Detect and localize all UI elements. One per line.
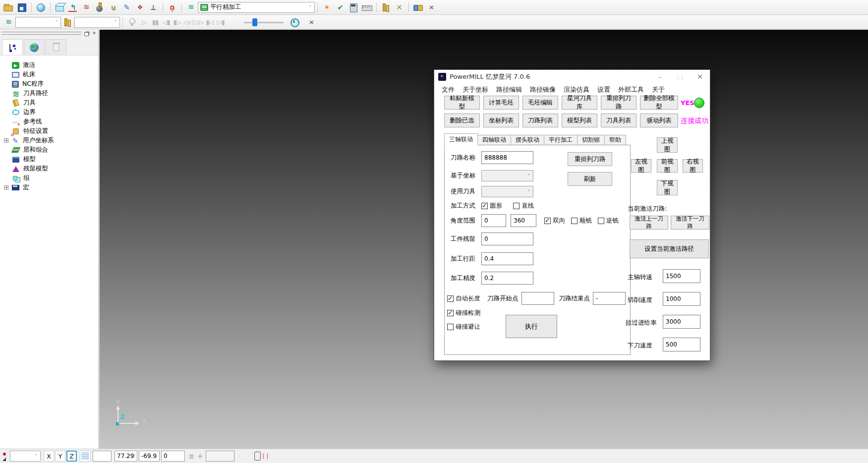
maximize-icon[interactable]: ▢ bbox=[670, 70, 690, 84]
drive-list-button[interactable]: 驱动列表 bbox=[640, 114, 678, 127]
fast-forward-icon[interactable]: ▷▷ bbox=[193, 18, 204, 26]
axis-x-button[interactable]: X bbox=[44, 451, 54, 462]
strategy-dropdown[interactable]: 平行精加工 ˅ bbox=[198, 2, 315, 13]
coord-z-input[interactable] bbox=[161, 451, 185, 462]
light-icon[interactable] bbox=[126, 17, 138, 28]
rapid-move-heights-icon[interactable]: ↰ bbox=[67, 2, 79, 13]
activate-next-toolpath-button[interactable]: 激活下一刀路 bbox=[671, 216, 709, 230]
menu-file[interactable]: 文件 bbox=[442, 85, 455, 94]
reorder-toolpaths-button[interactable]: 重排列刀路 bbox=[568, 152, 612, 166]
step-forward-icon[interactable]: ▮▷ bbox=[172, 18, 182, 26]
grid-snap-button[interactable] bbox=[80, 451, 91, 462]
toolpath-list-button[interactable]: 刀路列表 bbox=[522, 114, 558, 127]
end-point-input[interactable] bbox=[593, 292, 626, 305]
based-coord-select[interactable]: ˅ bbox=[481, 170, 533, 181]
axis-z-button[interactable]: Z bbox=[66, 451, 77, 462]
menu-path-edit[interactable]: 路径编辑 bbox=[496, 85, 522, 94]
stepover-input[interactable] bbox=[481, 252, 533, 265]
tree-item-activate[interactable]: ▶激活 bbox=[0, 60, 99, 70]
panel-restore-icon[interactable] bbox=[83, 31, 89, 36]
line-checkbox[interactable]: 直线 bbox=[513, 202, 534, 210]
tree-item-stock-models[interactable]: 残留模型 bbox=[0, 164, 99, 174]
step-back-icon[interactable]: ◁▮ bbox=[161, 18, 172, 26]
slider-handle[interactable] bbox=[252, 18, 257, 26]
grid-size-input[interactable] bbox=[93, 451, 112, 462]
status-dropdown[interactable]: ˅ bbox=[10, 451, 41, 462]
view-front-button[interactable]: 前视图 bbox=[657, 159, 678, 173]
collision-check-checkbox[interactable]: 碰撞检测 bbox=[447, 309, 480, 317]
reorder-toolpaths-button[interactable]: 重排列刀路 bbox=[601, 96, 637, 110]
tool-select[interactable]: ˅ bbox=[74, 17, 120, 28]
measure-ruler-icon[interactable] bbox=[361, 2, 373, 13]
expand-icon[interactable]: + bbox=[4, 185, 8, 190]
compare-icon[interactable] bbox=[412, 2, 424, 13]
status-corner-button[interactable] bbox=[1, 450, 10, 462]
tab-parallel[interactable]: 平行加工 bbox=[544, 135, 578, 145]
tab-saw[interactable]: 切割锯 bbox=[578, 135, 605, 145]
menu-render-sim[interactable]: 渲染仿真 bbox=[564, 85, 589, 94]
dock-grip[interactable] bbox=[1, 32, 81, 35]
toolbar-close-icon[interactable]: × bbox=[305, 17, 318, 28]
coord-x-input[interactable] bbox=[115, 451, 137, 462]
tree-item-workplanes[interactable]: +✎用户坐标系 bbox=[0, 136, 99, 145]
coord-list-button[interactable]: 坐标列表 bbox=[483, 114, 519, 127]
axis-y-button[interactable]: Y bbox=[55, 451, 65, 462]
spindle-speed-input[interactable] bbox=[663, 269, 700, 283]
tool-holder-icon[interactable]: ∩ bbox=[166, 2, 178, 13]
go-to-end-icon[interactable]: ▷▮ bbox=[215, 18, 226, 26]
menu-external-tools[interactable]: 外部工具 bbox=[618, 85, 644, 94]
tool-pair-icon[interactable] bbox=[380, 2, 392, 13]
tab-4axis[interactable]: 四轴联动 bbox=[478, 135, 511, 145]
speed-slider[interactable] bbox=[244, 17, 284, 28]
collision-check-icon[interactable]: ✶ bbox=[321, 2, 333, 13]
stock-edit-button[interactable]: 毛坯编辑 bbox=[522, 96, 558, 110]
tab-web[interactable] bbox=[24, 39, 45, 55]
paste-new-model-button[interactable]: 粘贴新模型 bbox=[444, 96, 480, 110]
stock-remain-input[interactable] bbox=[481, 232, 533, 245]
menu-settings[interactable]: 设置 bbox=[597, 85, 610, 94]
menu-path-mirror[interactable]: 路径镜像 bbox=[530, 85, 556, 94]
calculator-icon[interactable] bbox=[347, 2, 360, 13]
play-icon[interactable]: ▷ bbox=[139, 18, 150, 26]
angle-to-input[interactable] bbox=[511, 214, 536, 227]
pause-icon[interactable]: ▮▮ bbox=[150, 18, 161, 26]
calc-stock-button[interactable]: 计算毛坯 bbox=[483, 96, 519, 110]
tree-item-toolpaths[interactable]: ≋刀具路径 bbox=[0, 89, 99, 98]
plunge-feed-input[interactable] bbox=[663, 338, 700, 351]
bidirectional-checkbox[interactable]: 双向 bbox=[544, 217, 565, 225]
collision-avoid-checkbox[interactable]: 碰撞避让 bbox=[447, 323, 480, 331]
toolpath-name-input[interactable] bbox=[481, 151, 533, 164]
cutting-feed-input[interactable] bbox=[663, 292, 700, 306]
activate-prev-toolpath-button[interactable]: 激活上一刀路 bbox=[630, 216, 668, 230]
create-tool-icon[interactable] bbox=[94, 2, 106, 13]
view-bottom-button[interactable]: 下视图 bbox=[657, 180, 678, 195]
menu-about[interactable]: 关于 bbox=[652, 85, 665, 94]
toolbar-close-icon[interactable]: × bbox=[425, 2, 438, 13]
create-block-icon[interactable] bbox=[54, 2, 66, 13]
use-tool-select[interactable]: ˅ bbox=[481, 186, 533, 197]
tool-list-button[interactable]: 刀具列表 bbox=[601, 114, 637, 127]
tree-item-boundaries[interactable]: 边界 bbox=[0, 108, 99, 117]
tree-item-patterns[interactable]: 〰参考线 bbox=[0, 117, 99, 126]
angle-from-input[interactable] bbox=[481, 214, 506, 227]
save-icon[interactable] bbox=[16, 2, 28, 13]
transform-icon[interactable]: ✕ bbox=[393, 2, 405, 13]
execute-button[interactable]: 执行 bbox=[506, 315, 557, 338]
toolpath-select[interactable]: ˅ bbox=[15, 17, 61, 28]
rewind-icon[interactable]: ◁◁ bbox=[182, 18, 193, 26]
panel-close-icon[interactable]: ✕ bbox=[91, 31, 97, 36]
tree-item-macros[interactable]: +宏 bbox=[0, 183, 99, 192]
circle-checkbox[interactable]: 圆形 bbox=[481, 202, 502, 210]
model-list-button[interactable]: 模型列表 bbox=[562, 114, 597, 127]
pause-device-icon[interactable] bbox=[254, 452, 261, 461]
toolpath-edit-icon[interactable]: ≋ bbox=[80, 2, 93, 13]
toolpaths-icon[interactable]: ≋ bbox=[185, 2, 197, 13]
tree-item-tools[interactable]: 刀具 bbox=[0, 98, 99, 108]
toolpaths-icon[interactable]: ≋ bbox=[2, 17, 15, 28]
set-active-path-button[interactable]: 设置当前激活路径 bbox=[630, 239, 709, 258]
create-featureset-icon[interactable]: ❖ bbox=[134, 2, 146, 13]
tool-library-button[interactable]: 星河刀具库 bbox=[562, 96, 597, 110]
tab-recycle-bin[interactable] bbox=[46, 39, 66, 55]
tab-3axis[interactable]: 三轴联动 bbox=[444, 133, 478, 145]
skim-feed-input[interactable] bbox=[663, 315, 700, 329]
